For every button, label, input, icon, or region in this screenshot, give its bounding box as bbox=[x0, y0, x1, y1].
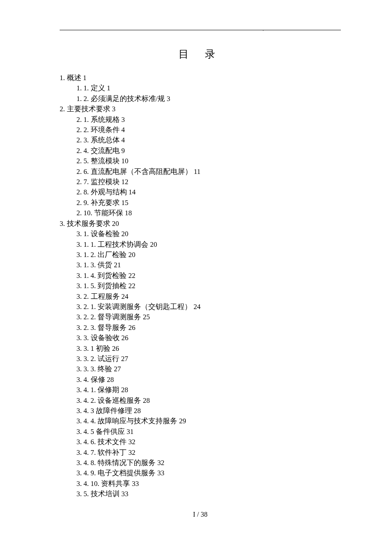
toc-entry-page: 4 bbox=[121, 136, 125, 144]
toc-entry-label: 3. 4. 10. 资料共享 bbox=[77, 480, 130, 488]
toc-entry-label: 3. 技术服务要求 bbox=[60, 220, 110, 228]
toc-entry-page: 10 bbox=[121, 157, 129, 165]
toc-entry-page: 20 bbox=[150, 240, 157, 249]
toc-entry: 3. 3. 设备验收 26 bbox=[77, 333, 341, 343]
toc-entry-page: 18 bbox=[125, 209, 132, 217]
toc-entry-page: 32 bbox=[128, 448, 135, 457]
header-mark: . bbox=[263, 27, 264, 32]
toc-entry-label: 3. 4. 6. 技术文件 bbox=[77, 438, 127, 446]
toc-entry: 3. 3. 3. 终验 27 bbox=[77, 364, 341, 374]
toc-entry-label: 2. 2. 环境条件 bbox=[77, 126, 120, 134]
toc-entry: 3. 2. 1. 安装调测服务（交钥匙工程） 24 bbox=[77, 302, 341, 312]
toc-entry-label: 3. 4. 4. 故障响应与技术支持服务 bbox=[77, 417, 178, 425]
toc-entry: 1. 2. 必须满足的技术标准/规 3 bbox=[77, 94, 341, 104]
toc-entry-page: 9 bbox=[121, 147, 125, 155]
toc-entry: 3. 1. 1. 工程技术协调会 20 bbox=[77, 240, 341, 250]
toc-entry-label: 1. 概述 bbox=[60, 74, 81, 82]
toc-entry-label: 3. 5. 技术培训 bbox=[77, 490, 120, 498]
toc-entry-page: 29 bbox=[179, 417, 186, 425]
toc-entry-page: 1 bbox=[83, 74, 86, 82]
toc-entry: 2. 2. 环境条件 4 bbox=[77, 125, 341, 135]
toc-entry: 3. 4. 3 故障件修理 28 bbox=[77, 406, 341, 416]
toc-entry-page: 31 bbox=[127, 428, 134, 436]
toc-entry-label: 2. 10. 节能环保 bbox=[77, 209, 123, 217]
toc-entry-page: 3 bbox=[112, 105, 115, 113]
toc-entry-label: 3. 1. 设备检验 bbox=[77, 230, 120, 238]
toc-entry-page: 4 bbox=[121, 126, 125, 134]
header-rule: . bbox=[60, 30, 341, 30]
toc-entry: 2. 1. 系统规格 3 bbox=[77, 115, 341, 125]
toc-entry-page: 27 bbox=[114, 365, 121, 373]
toc-entry-page: 28 bbox=[134, 407, 141, 415]
toc-entry-page: 33 bbox=[121, 490, 129, 498]
toc-entry-label: 2. 主要技术要求 bbox=[60, 105, 110, 113]
toc-entry-label: 2. 5. 整流模块 bbox=[77, 157, 120, 165]
toc-entry-page: 33 bbox=[132, 480, 139, 488]
toc-entry-label: 3. 2. 3. 督导服务 bbox=[77, 324, 127, 332]
toc-entry-page: 20 bbox=[112, 220, 119, 228]
toc-entry: 3. 4. 5 备件供应 31 bbox=[77, 427, 341, 437]
toc-entry-label: 2. 7. 监控模块 bbox=[77, 178, 120, 186]
toc-entry: 3. 1. 4. 到货检验 22 bbox=[77, 271, 341, 281]
toc-entry-label: 1. 2. 必须满足的技术标准/规 bbox=[77, 95, 165, 103]
toc-entry-page: 28 bbox=[143, 396, 150, 405]
toc-entry-page: 3 bbox=[167, 95, 170, 103]
toc-entry-page: 22 bbox=[128, 282, 135, 290]
toc-entry-page: 11 bbox=[194, 168, 201, 176]
toc-entry-label: 3. 1. 1. 工程技术协调会 bbox=[77, 240, 149, 249]
toc-entry: 3. 4. 10. 资料共享 33 bbox=[77, 479, 341, 489]
toc-entry-label: 2. 4. 交流配电 bbox=[77, 147, 120, 155]
toc-entry-label: 3. 4. 保修 bbox=[77, 376, 105, 384]
toc-entry-label: 3. 2. 2. 督导调测服务 bbox=[77, 313, 141, 321]
toc-entry-label: 3. 4. 1. 保修期 bbox=[77, 386, 120, 394]
toc-entry-page: 28 bbox=[121, 386, 128, 394]
toc-list: 1. 概述 11. 1. 定义 11. 2. 必须满足的技术标准/规 32. 主… bbox=[60, 73, 341, 500]
toc-entry: 3. 5. 技术培训 33 bbox=[77, 489, 341, 499]
toc-entry: 2. 10. 节能环保 18 bbox=[77, 208, 341, 218]
toc-entry: 2. 4. 交流配电 9 bbox=[77, 146, 341, 156]
toc-entry-page: 24 bbox=[193, 303, 201, 311]
toc-entry: 3. 1. 5. 到货抽检 22 bbox=[77, 281, 341, 291]
toc-entry: 1. 1. 定义 1 bbox=[77, 83, 341, 93]
toc-entry: 3. 3. 2. 试运行 27 bbox=[77, 354, 341, 364]
toc-entry: 3. 1. 设备检验 20 bbox=[77, 229, 341, 239]
toc-entry: 3. 4. 7. 软件补丁 32 bbox=[77, 448, 341, 458]
page-footer: I / 38 bbox=[60, 511, 341, 518]
toc-entry-page: 1 bbox=[107, 84, 110, 92]
toc-entry: 3. 4. 2. 设备巡检服务 28 bbox=[77, 396, 341, 406]
toc-entry: 3. 2. 3. 督导服务 26 bbox=[77, 323, 341, 333]
toc-entry-label: 2. 8. 外观与结构 bbox=[77, 188, 127, 196]
toc-entry-page: 20 bbox=[128, 251, 135, 259]
toc-entry-page: 15 bbox=[121, 199, 129, 207]
toc-entry: 2. 7. 监控模块 12 bbox=[77, 177, 341, 187]
toc-entry: 3. 技术服务要求 20 bbox=[60, 219, 341, 229]
toc-entry-page: 27 bbox=[121, 355, 128, 363]
toc-entry: 2. 主要技术要求 3 bbox=[60, 104, 341, 114]
toc-entry: 3. 4. 8. 特殊情况下的服务 32 bbox=[77, 458, 341, 468]
toc-entry: 3. 4. 6. 技术文件 32 bbox=[77, 437, 341, 447]
document-page: . 目 录 1. 概述 11. 1. 定义 11. 2. 必须满足的技术标准/规… bbox=[0, 0, 392, 535]
toc-entry-page: 14 bbox=[129, 188, 136, 196]
toc-entry: 3. 1. 2. 出厂检验 20 bbox=[77, 250, 341, 260]
toc-entry-page: 26 bbox=[112, 344, 119, 353]
toc-entry: 3. 4. 保修 28 bbox=[77, 375, 341, 385]
toc-entry: 2. 3. 系统总体 4 bbox=[77, 135, 341, 145]
toc-entry-label: 3. 4. 2. 设备巡检服务 bbox=[77, 396, 141, 405]
toc-entry-page: 28 bbox=[107, 376, 114, 384]
toc-entry-page: 22 bbox=[128, 272, 135, 280]
toc-entry-label: 2. 3. 系统总体 bbox=[77, 136, 120, 144]
toc-entry-page: 33 bbox=[157, 469, 164, 477]
toc-entry: 3. 4. 1. 保修期 28 bbox=[77, 385, 341, 395]
toc-entry-page: 25 bbox=[143, 313, 150, 321]
toc-entry-label: 3. 1. 3. 供货 bbox=[77, 261, 112, 269]
toc-entry-label: 2. 1. 系统规格 bbox=[77, 116, 120, 124]
toc-entry-label: 1. 1. 定义 bbox=[77, 84, 105, 92]
toc-entry-label: 3. 1. 2. 出厂检验 bbox=[77, 251, 127, 259]
toc-entry-page: 21 bbox=[114, 261, 121, 269]
toc-entry: 2. 8. 外观与结构 14 bbox=[77, 187, 341, 197]
toc-entry: 3. 1. 3. 供货 21 bbox=[77, 260, 341, 270]
toc-entry-label: 3. 1. 4. 到货检验 bbox=[77, 272, 127, 280]
toc-entry-label: 3. 2. 1. 安装调测服务（交钥匙工程） bbox=[77, 303, 192, 311]
toc-entry-page: 12 bbox=[121, 178, 129, 186]
toc-entry-label: 3. 3. 1 初验 bbox=[77, 344, 110, 353]
